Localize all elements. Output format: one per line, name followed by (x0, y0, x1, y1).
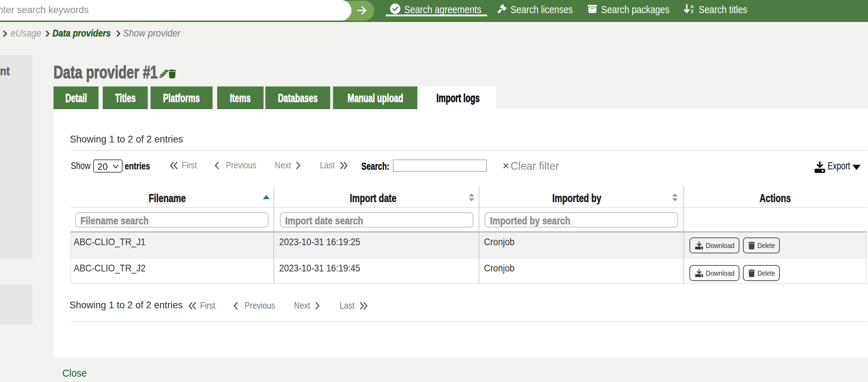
svg-text:Z: Z (691, 9, 693, 13)
svg-text:A: A (691, 4, 694, 9)
